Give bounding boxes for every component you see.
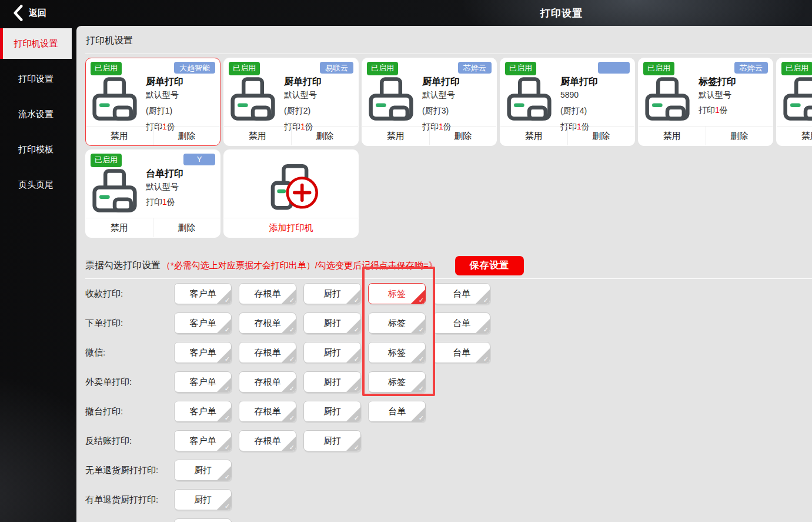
ticket-option-label: 标签 — [388, 347, 406, 358]
ticket-option-button[interactable]: 厨打✓ — [174, 489, 232, 510]
ticket-option-button[interactable]: 厨打✓ — [303, 430, 361, 451]
ticket-option-button[interactable]: 台单✓ — [433, 312, 490, 334]
ticket-option-button[interactable]: 存根单✓ — [239, 371, 296, 393]
ticket-row-options: 客户单✓存根单✓厨打✓标签✓台单✓ — [174, 342, 490, 363]
delete-button[interactable]: 删除 — [567, 127, 635, 145]
printer-name: 厨单打印 — [560, 75, 632, 88]
printer-section-title: 打印机设置 — [85, 26, 812, 54]
ticket-option-button[interactable] — [174, 518, 232, 522]
ticket-option-label: 厨打 — [194, 494, 212, 506]
ticket-row-options: 客户单✓存根单✓厨打✓ — [174, 430, 361, 451]
sidebar-item-header-footer[interactable]: 页头页尾 — [0, 167, 72, 202]
printer-info: 厨单打印 默认型号 (厨打2) 打印1份 — [284, 75, 356, 133]
ticket-option-label: 厨打 — [323, 406, 341, 417]
printer-card[interactable]: 已启用 芯烨云 标签打印 默认型号 打印1份 禁用 删除 — [638, 58, 773, 146]
printer-model: 默认型号 — [422, 88, 494, 101]
ticket-row: 反结账打印: 客户单✓存根单✓厨打✓ — [85, 426, 812, 455]
card-actions: 禁用 删除 — [362, 126, 496, 145]
card-actions: 禁用 删除 — [500, 126, 634, 145]
delete-button[interactable]: 删除 — [429, 127, 497, 145]
ticket-option-button[interactable]: 存根单✓ — [239, 342, 296, 363]
ticket-option-label: 客户单 — [190, 318, 216, 329]
disable-button[interactable]: 禁用 — [86, 127, 153, 145]
disable-button[interactable]: 禁用 — [86, 218, 153, 237]
check-icon: ✓ — [289, 326, 295, 333]
sidebar-item-print-settings[interactable]: 打印设置 — [0, 61, 72, 97]
printer-name: 台单打印 — [146, 167, 218, 180]
ticket-option-button[interactable]: 标签✓ — [368, 312, 426, 334]
sidebar-item-print-template[interactable]: 打印模板 — [0, 132, 72, 167]
ticket-option-label: 厨打 — [323, 377, 341, 388]
check-icon: ✓ — [225, 503, 230, 510]
disable-button[interactable]: 禁用 — [224, 127, 291, 145]
ticket-option-label: 存根单 — [255, 435, 281, 447]
disable-button[interactable]: 禁用 — [777, 127, 812, 145]
disable-button[interactable]: 禁用 — [500, 127, 567, 145]
sidebar-item-flow-settings[interactable]: 流水设置 — [0, 97, 72, 132]
delete-button[interactable]: 删除 — [153, 127, 220, 145]
ticket-option-button[interactable]: 标签✓ — [368, 283, 426, 304]
back-label: 返回 — [29, 8, 46, 19]
ticket-option-button[interactable]: 标签✓ — [368, 342, 426, 363]
card-actions: 禁用 删除 — [86, 218, 220, 237]
ticket-row: 微信: 客户单✓存根单✓厨打✓标签✓台单✓ — [85, 338, 812, 367]
ticket-option-label: 存根单 — [255, 347, 281, 358]
topbar: 返回 打印设置 — [0, 0, 812, 26]
printer-card[interactable]: 已启用 大趋智能 厨单打印 默认型号 (厨打1) 打印1份 禁用 删除 — [85, 58, 220, 146]
ticket-option-button[interactable]: 厨打✓ — [303, 371, 361, 393]
ticket-option-button[interactable]: 客户单✓ — [174, 312, 232, 334]
printer-icon — [92, 76, 138, 122]
printer-card[interactable]: 已启用 厨单打印 5890 (厨打4) 打印1份 禁用 删除 — [500, 58, 635, 146]
ticket-option-button[interactable]: 标签✓ — [368, 371, 426, 393]
printer-card[interactable]: 已启用 易联云 厨单打印 默认型号 (厨打2) 打印1份 禁用 删除 — [223, 58, 359, 146]
check-icon: ✓ — [354, 355, 359, 363]
check-icon: ✓ — [354, 444, 359, 451]
delete-button[interactable]: 删除 — [706, 127, 773, 145]
ticket-option-button[interactable]: 存根单✓ — [239, 312, 296, 334]
ticket-option-button[interactable]: 客户单✓ — [174, 342, 232, 363]
ticket-option-button[interactable]: 厨打✓ — [303, 342, 361, 363]
ticket-option-button[interactable]: 存根单✓ — [239, 283, 296, 304]
ticket-option-label: 标签 — [388, 377, 406, 388]
ticket-row-options: 客户单✓存根单✓厨打✓台单✓ — [174, 401, 426, 422]
printer-card-clipped[interactable]: 已启用 禁用 删除 — [776, 58, 812, 146]
printer-icon — [644, 76, 690, 122]
ticket-option-button[interactable]: 客户单✓ — [174, 371, 232, 393]
add-printer-card[interactable]: 添加打印机 — [223, 149, 359, 238]
printer-model: 默认型号 — [699, 88, 770, 101]
ticket-option-button[interactable]: 存根单✓ — [239, 430, 296, 451]
ticket-option-button[interactable]: 台单✓ — [433, 283, 490, 304]
ticket-option-button[interactable]: 客户单✓ — [174, 430, 232, 451]
disable-button[interactable]: 禁用 — [362, 127, 429, 145]
ticket-option-button[interactable]: 厨打✓ — [174, 460, 232, 481]
printer-channel: (厨打2) — [284, 101, 356, 118]
ticket-option-label: 存根单 — [255, 377, 281, 388]
ticket-option-button[interactable]: 台单✓ — [368, 401, 426, 422]
check-icon: ✓ — [289, 444, 295, 451]
ticket-option-button[interactable]: 厨打✓ — [303, 283, 361, 304]
ticket-option-button[interactable]: 台单✓ — [433, 342, 490, 363]
ticket-section-header: 票据勾选打印设置 （*必需勾选上对应票据才会打印出单）/勾选变更后记得点击保存哟… — [85, 256, 812, 275]
back-button[interactable]: 返回 — [13, 4, 46, 22]
ticket-section-note: （*必需勾选上对应票据才会打印出单）/勾选变更后记得点击保存哟=》 — [162, 260, 437, 271]
ticket-option-button[interactable]: 客户单✓ — [174, 401, 232, 422]
disable-button[interactable]: 禁用 — [639, 127, 706, 145]
ticket-option-button[interactable]: 厨打✓ — [303, 401, 361, 422]
sidebar-item-printer-settings[interactable]: 打印机设置 — [0, 28, 72, 59]
delete-button[interactable]: 删除 — [153, 218, 220, 237]
printer-card[interactable]: 已启用 芯烨云 厨单打印 默认型号 (厨打3) 打印1份 禁用 删除 — [362, 58, 497, 146]
ticket-option-button[interactable]: 厨打✓ — [303, 312, 361, 334]
check-icon: ✓ — [483, 326, 489, 333]
ticket-rows: 收款打印: 客户单✓存根单✓厨打✓标签✓台单✓ 下单打印: 客户单✓存根单✓厨打… — [85, 279, 812, 522]
check-icon: ✓ — [354, 297, 359, 304]
delete-button[interactable]: 删除 — [291, 127, 359, 145]
ticket-option-button[interactable]: 客户单✓ — [174, 283, 232, 304]
save-settings-button[interactable]: 保存设置 — [455, 256, 524, 275]
ticket-option-button[interactable]: 存根单✓ — [239, 401, 296, 422]
printer-copies: 打印1份 — [146, 193, 218, 208]
check-icon: ✓ — [225, 355, 230, 363]
enabled-badge: 已启用 — [367, 62, 398, 75]
printer-card[interactable]: 已启用 Y 台单打印 默认型号 打印1份 禁用 删除 — [85, 149, 220, 238]
ticket-option-label: 台单 — [453, 288, 470, 300]
printer-model: 默认型号 — [284, 88, 356, 101]
